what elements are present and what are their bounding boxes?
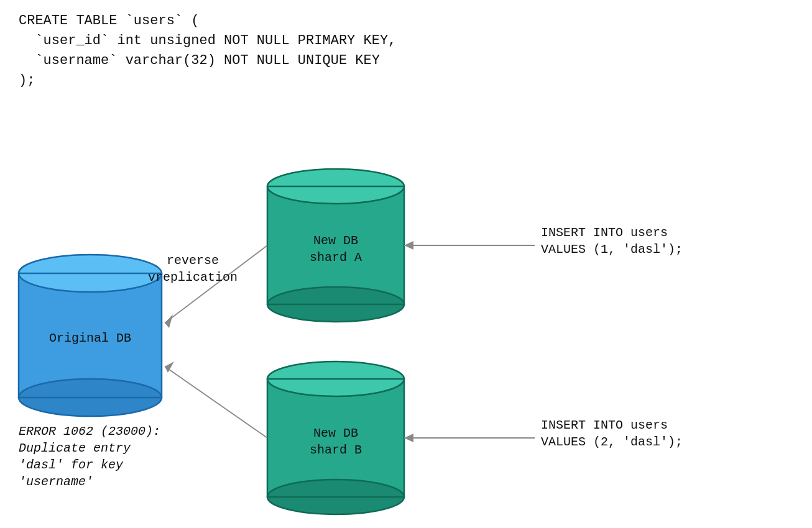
sql-code-block: CREATE TABLE `users` ( `user_id` int uns… [19, 11, 396, 91]
insert-b-line2: VALUES (2, 'dasl'); [541, 435, 683, 449]
diagram-svg: Original DB New DB shard A New DB shard … [0, 130, 812, 528]
error-line1: ERROR 1062 (23000): [19, 424, 160, 439]
arrowhead-b [165, 362, 174, 373]
error-line3: 'dasl' for key [19, 458, 124, 472]
insert-b-line1: INSERT INTO users [541, 418, 668, 432]
original-db-label: Original DB [49, 331, 131, 345]
shard-b-label-line2: shard B [310, 443, 362, 457]
insert-a-line2: VALUES (1, 'dasl'); [541, 242, 683, 257]
arrow-shard-b-to-original [165, 366, 267, 438]
error-line2: Duplicate entry [19, 441, 131, 455]
insert-arrowhead-a [404, 241, 413, 250]
shard-b-label-line1: New DB [313, 426, 358, 440]
arrow-label-line1: reverse [167, 253, 219, 268]
arrow-label-line2: vreplication [148, 270, 238, 284]
arrowhead-a [165, 314, 173, 328]
insert-a-line1: INSERT INTO users [541, 225, 668, 240]
error-line4: 'username' [19, 475, 93, 489]
shard-a-label-line2: shard A [310, 250, 362, 265]
diagram-container: Original DB New DB shard A New DB shard … [0, 130, 812, 528]
shard-a-label-line1: New DB [313, 234, 358, 248]
insert-arrowhead-b [404, 434, 413, 442]
